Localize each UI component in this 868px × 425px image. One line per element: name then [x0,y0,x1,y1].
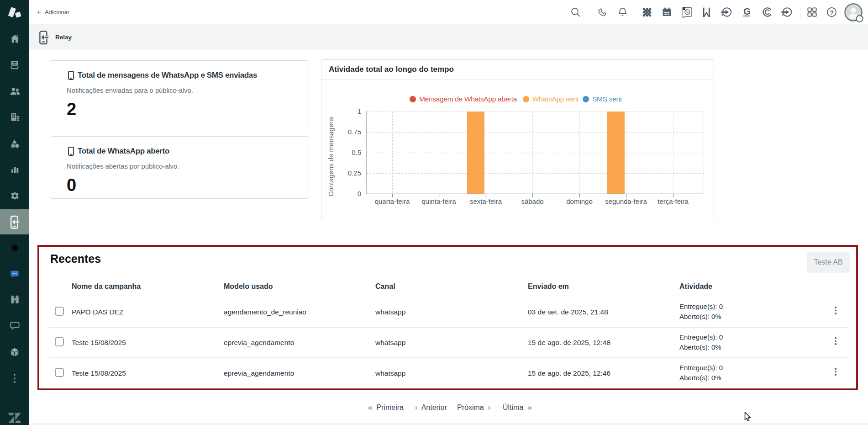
svg-text:?: ? [830,9,833,16]
svg-text:G: G [743,6,751,16]
